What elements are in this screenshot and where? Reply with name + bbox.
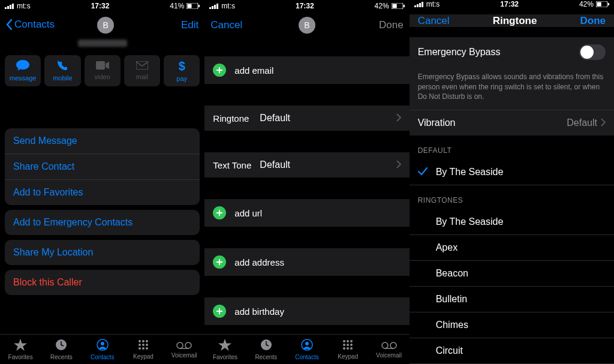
avatar[interactable]: B	[299, 17, 315, 34]
tab-bar: Favorites Recents Contacts Keypad Voicem…	[0, 334, 204, 364]
contacts-icon	[97, 339, 109, 353]
svg-point-33	[305, 342, 309, 345]
add-url-row[interactable]: add url	[204, 199, 409, 227]
check-icon	[418, 167, 436, 178]
ringtone-row[interactable]: Bulletin	[410, 287, 614, 312]
message-button[interactable]: message	[5, 55, 41, 86]
pay-button[interactable]: $ pay	[164, 55, 200, 86]
svg-rect-6	[198, 5, 200, 7]
ringtone-label: By The Seaside	[436, 216, 504, 227]
default-ringtone-row[interactable]: By The Seaside	[410, 160, 614, 185]
keypad-icon	[138, 339, 149, 352]
add-icon	[213, 206, 226, 219]
edit-button[interactable]: Edit	[181, 19, 198, 31]
add-address-row[interactable]: add address	[204, 248, 409, 276]
block-caller-row[interactable]: Block this Caller	[5, 270, 200, 295]
texttone-row[interactable]: Text Tone Default	[204, 152, 409, 178]
svg-point-14	[146, 340, 148, 342]
back-label: Contacts	[14, 19, 55, 31]
tab-contacts[interactable]: Contacts	[82, 335, 123, 364]
battery-percent: 42%	[579, 0, 594, 8]
video-label: video	[95, 73, 110, 80]
svg-rect-29	[392, 4, 396, 8]
nav-bar: Contacts B Edit	[0, 12, 204, 38]
add-email-row[interactable]: add email	[204, 56, 409, 84]
svg-point-37	[343, 344, 345, 346]
svg-point-36	[350, 340, 353, 342]
tab-contacts[interactable]: Contacts	[287, 335, 327, 364]
tab-recents[interactable]: Recents	[246, 335, 287, 364]
svg-rect-5	[188, 4, 192, 8]
svg-rect-0	[5, 7, 7, 9]
svg-point-18	[139, 347, 141, 350]
signal-icon	[209, 3, 219, 9]
call-button[interactable]: mobile	[44, 55, 80, 86]
svg-point-34	[343, 340, 345, 342]
emergency-bypass-row: Emergency Bypass	[410, 37, 614, 67]
ringtone-row[interactable]: By The Seaside	[410, 209, 614, 235]
svg-point-21	[177, 342, 183, 348]
done-button-disabled[interactable]: Done	[379, 19, 404, 31]
back-button[interactable]: Contacts	[6, 19, 55, 31]
share-contact-row[interactable]: Share Contact	[5, 154, 200, 179]
svg-point-39	[350, 344, 353, 346]
video-button[interactable]: video	[85, 55, 121, 86]
voicemail-icon	[176, 341, 192, 351]
ringtone-label: Apex	[436, 242, 458, 253]
carrier-label: mt:s	[221, 2, 235, 10]
mail-icon	[136, 61, 148, 71]
svg-point-43	[382, 342, 388, 348]
tab-voicemail[interactable]: Voicemail	[164, 335, 204, 364]
clock: 17:32	[296, 2, 314, 10]
share-location-row[interactable]: Share My Location	[5, 240, 200, 265]
ringtone-row[interactable]: Beacon	[410, 261, 614, 287]
mail-button[interactable]: mail	[124, 55, 160, 86]
tab-favorites[interactable]: Favorites	[204, 335, 245, 364]
pay-label: pay	[176, 75, 187, 82]
tab-keypad[interactable]: Keypad	[123, 335, 164, 364]
battery-percent: 41%	[170, 2, 184, 10]
add-birthday-row[interactable]: add birthday	[204, 297, 409, 325]
svg-point-17	[146, 344, 148, 346]
call-label: mobile	[53, 74, 72, 82]
nav-bar: Cancel B Done	[204, 12, 409, 38]
ringtones-section-header: RINGTONES	[410, 185, 614, 209]
cancel-button[interactable]: Cancel	[210, 19, 242, 31]
add-icon	[213, 255, 226, 269]
cancel-button[interactable]: Cancel	[418, 15, 450, 27]
send-message-row[interactable]: Send Message	[5, 128, 200, 154]
ringtone-row[interactable]: Circuit	[410, 338, 614, 364]
video-icon	[96, 61, 109, 71]
add-favorites-row[interactable]: Add to Favorites	[5, 179, 200, 205]
svg-point-12	[139, 340, 141, 342]
svg-point-38	[347, 344, 349, 346]
done-button[interactable]: Done	[580, 15, 606, 27]
svg-rect-49	[422, 2, 423, 7]
svg-rect-46	[414, 5, 416, 7]
tab-voicemail[interactable]: Voicemail	[368, 335, 409, 364]
ringtone-row[interactable]: Chimes	[410, 312, 614, 338]
dollar-icon: $	[179, 59, 185, 73]
ringtone-row[interactable]: Ringtone Default	[204, 106, 409, 131]
emergency-bypass-switch[interactable]	[579, 44, 606, 60]
battery-icon	[392, 3, 405, 9]
svg-rect-27	[216, 4, 218, 9]
contact-edit-screen: mt:s 17:32 42% Cancel B Done add email R…	[204, 0, 409, 364]
svg-rect-1	[7, 6, 9, 9]
vibration-row[interactable]: Vibration Default	[410, 110, 614, 136]
tab-favorites[interactable]: Favorites	[0, 335, 41, 364]
quick-actions-row: message mobile video mail $ pay	[0, 50, 204, 92]
status-bar: mt:s 17:32 42%	[204, 0, 409, 12]
modal-nav-bar: Cancel Ringtone Done	[410, 14, 614, 27]
svg-rect-26	[214, 5, 216, 9]
svg-rect-8	[136, 61, 148, 70]
add-emergency-row[interactable]: Add to Emergency Contacts	[5, 210, 200, 235]
tab-recents[interactable]: Recents	[41, 335, 82, 364]
tab-keypad[interactable]: Keypad	[327, 335, 368, 364]
svg-point-11	[101, 342, 104, 345]
svg-rect-48	[419, 3, 421, 7]
ringtone-row[interactable]: Apex	[410, 235, 614, 261]
star-icon	[14, 339, 27, 353]
chevron-right-icon	[396, 160, 401, 170]
emergency-bypass-description: Emergency Bypass allows sounds and vibra…	[410, 67, 614, 110]
